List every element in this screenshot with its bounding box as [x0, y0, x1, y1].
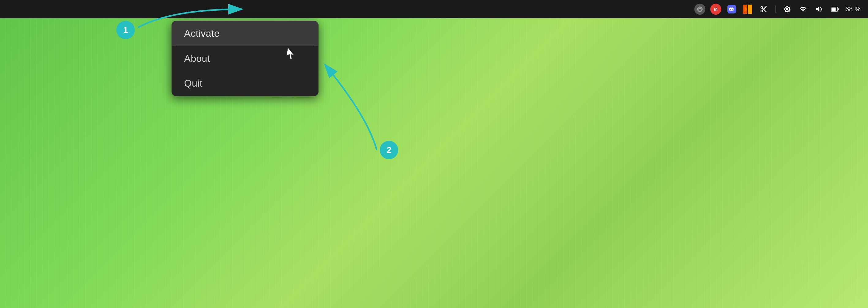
battery-percentage: 68 %	[845, 5, 861, 13]
menu-item-quit[interactable]: Quit	[172, 71, 318, 96]
menu-item-activate[interactable]: Activate	[172, 21, 318, 46]
svg-rect-10	[838, 8, 839, 10]
wifi-tray-icon[interactable]	[798, 4, 809, 15]
mega-icon-letter: M	[714, 7, 718, 12]
svg-rect-9	[831, 8, 836, 11]
scissors-tray-icon[interactable]	[758, 4, 769, 15]
svg-rect-6	[748, 5, 752, 14]
context-menu: Activate About Quit	[172, 21, 318, 96]
desktop-background	[0, 0, 868, 308]
annotation-2: 2	[380, 141, 398, 159]
svg-rect-2	[699, 8, 701, 8]
volume-tray-icon[interactable]	[813, 4, 825, 15]
taskbar: M	[0, 0, 868, 19]
mega-tray-icon[interactable]: M	[710, 4, 721, 15]
menu-item-about[interactable]: About	[172, 46, 318, 71]
discord-tray-icon[interactable]	[726, 4, 737, 15]
svg-point-1	[699, 9, 701, 11]
caffeine-tray-icon[interactable]	[694, 4, 705, 15]
battery-tray-icon[interactable]	[829, 4, 840, 15]
brightness-tray-icon[interactable]	[782, 4, 793, 15]
annotation-1: 1	[116, 21, 135, 39]
koly-tray-icon[interactable]	[742, 4, 753, 15]
